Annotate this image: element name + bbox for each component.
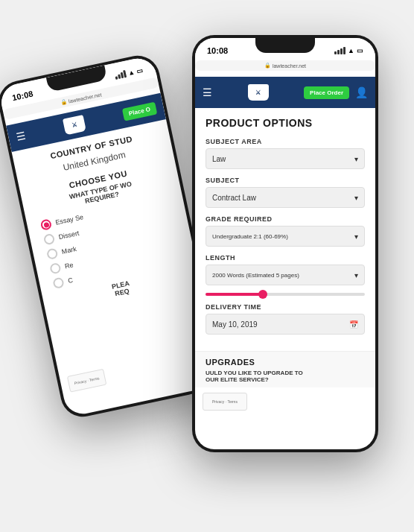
wifi-icon-back: ▲ [127, 68, 136, 77]
subject-label: SUBJECT [206, 177, 365, 184]
radio-label-mark: Mark [61, 245, 77, 256]
recaptcha-front: Privacy · Terms [203, 393, 247, 411]
url-text-front: lawteacher.net [273, 63, 306, 69]
upgrades-sub2: OUR ELITE SERVICE? [206, 376, 365, 383]
phone-inner-back: 10:08 ▲ ▭ 🔒 lawteac [0, 55, 223, 417]
upgrades-section: UPGRADES UULD YOU LIKE TO UPGRADE TO OUR… [195, 351, 375, 387]
grade-label: GRADE REQUIRED [206, 215, 365, 223]
radio-circle-mark [46, 247, 59, 260]
length-label: LENGTH [206, 254, 365, 262]
signal-back [114, 70, 127, 80]
radio-circle-dissert [43, 233, 56, 246]
time-front: 10:08 [207, 46, 228, 55]
place-order-btn-front[interactable]: Place Order [304, 86, 349, 99]
hamburger-icon-front[interactable]: ☰ [203, 86, 212, 98]
radio-label-dissert: Dissert [58, 229, 80, 241]
hamburger-icon-back[interactable]: ☰ [15, 130, 27, 143]
subject-arrow: ▾ [354, 194, 358, 202]
delivery-value: May 10, 2019 [212, 320, 258, 329]
delivery-field[interactable]: May 10, 2019 📅 [206, 314, 365, 335]
phone-inner-front: 10:08 ▲ ▭ 🔒 lawteac [195, 38, 375, 449]
time-back: 10:08 [11, 89, 34, 103]
length-value: 2000 Words (Estimated 5 pages) [212, 272, 299, 279]
calendar-icon: 📅 [349, 320, 358, 329]
subject-select[interactable]: Contract Law ▾ [206, 187, 365, 208]
logo-shield-front: ⚔ [248, 84, 269, 101]
length-select[interactable]: 2000 Words (Estimated 5 pages) ▾ [206, 265, 365, 285]
status-icons-back: ▲ ▭ [114, 66, 144, 80]
place-order-btn-back[interactable]: Place O [121, 101, 157, 121]
grade-value: Undergraduate 2:1 (60-69%) [212, 233, 288, 240]
logo-shield-back: ⚔ [63, 115, 86, 135]
delivery-label: DELIVERY TIME [206, 303, 365, 311]
radio-dot-essay [43, 221, 49, 227]
product-options-title: PRODUCT OPTIONS [206, 117, 365, 129]
phones-container: 10:08 ▲ ▭ 🔒 lawteac [21, 20, 393, 512]
grade-select[interactable]: Undergraduate 2:1 (60-69%) ▾ [206, 226, 365, 247]
lock-icon-back: 🔒 [60, 98, 67, 106]
radio-label-essay: Essay Se [55, 213, 84, 227]
url-bar-front: 🔒 lawteacher.net [195, 60, 375, 71]
slider-fill [206, 293, 261, 296]
lock-icon-front: 🔒 [264, 63, 271, 69]
subject-area-value: Law [212, 155, 226, 163]
status-icons-front: ▲ ▭ [334, 47, 363, 54]
content-front: PRODUCT OPTIONS SUBJECT AREA Law ▾ SUBJE… [195, 108, 375, 351]
radio-label-c: C [67, 276, 73, 285]
nav-bar-front: ☰ ⚔ Place Order 👤 [195, 77, 375, 108]
subject-area-arrow: ▾ [354, 155, 358, 163]
signal-front [334, 47, 345, 54]
length-slider[interactable] [206, 293, 365, 296]
recaptcha-back: Privacy · Terms [67, 369, 106, 393]
radio-circle-c [52, 277, 65, 290]
slider-track [206, 293, 365, 296]
user-icon-front[interactable]: 👤 [355, 86, 368, 98]
radio-label-re: Re [64, 261, 74, 270]
battery-icon-front: ▭ [357, 47, 363, 54]
subject-area-label: SUBJECT AREA [206, 138, 365, 145]
upgrades-title: UPGRADES [206, 358, 365, 367]
subject-value: Contract Law [212, 194, 256, 202]
phone-shell-front: 10:08 ▲ ▭ 🔒 lawteac [192, 35, 378, 452]
content-back: COUNTRY OF STUD United Kingdom CHOOSE YO… [12, 119, 202, 320]
nav-logo-front: ⚔ [218, 84, 298, 101]
radio-circle-re [49, 262, 62, 275]
radio-circle-essay [40, 218, 53, 231]
notch-front [255, 38, 315, 53]
upgrades-subtitle: UULD YOU LIKE TO UPGRADE TO [206, 370, 365, 376]
length-arrow: ▾ [354, 271, 358, 279]
wifi-icon-front: ▲ [348, 47, 354, 54]
phone-front: 10:08 ▲ ▭ 🔒 lawteac [192, 35, 378, 452]
battery-icon-back: ▭ [136, 66, 144, 75]
grade-arrow: ▾ [354, 232, 358, 241]
slider-thumb[interactable] [258, 290, 267, 299]
subject-area-select[interactable]: Law ▾ [206, 148, 365, 169]
